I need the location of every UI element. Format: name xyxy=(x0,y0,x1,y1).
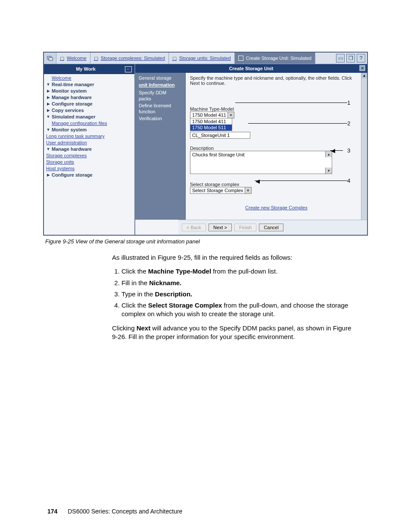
nav-welcome[interactable]: Welcome xyxy=(52,75,72,81)
wizard-steps: → General storage unit Information Speci… xyxy=(135,73,186,220)
help-icon[interactable]: ? xyxy=(357,54,365,62)
nav-long-running-tasks[interactable]: Long running task summary xyxy=(46,133,105,140)
nav-simulated-manager[interactable]: Simulated manager xyxy=(52,114,95,120)
list-item: Type in the Description. xyxy=(121,290,355,299)
sidebar: My Work ← Welcome ▼Real-time manager ▶Mo… xyxy=(44,64,135,235)
nav-copy-services[interactable]: Copy services xyxy=(52,107,84,114)
nav-configure-storage-2[interactable]: Configure storage xyxy=(52,172,93,178)
create-storage-complex-link[interactable]: Create new Storage Complex xyxy=(245,205,307,210)
chevron-down-icon[interactable]: ▼ xyxy=(227,112,234,118)
list-item: Click the Select Storage Complex from th… xyxy=(121,301,355,319)
book-title: DS6000 Series: Concepts and Architecture xyxy=(68,508,182,515)
machine-type-option[interactable]: 1750 Model 411 xyxy=(190,118,232,124)
machine-type-options: 1750 Model 411 1750 Model 511 xyxy=(190,118,232,131)
collapse-icon[interactable]: ← xyxy=(125,66,132,72)
window-controls: ▭ ❐ ? xyxy=(336,54,365,62)
nickname-input[interactable]: CL_StorageUnit 1 xyxy=(190,132,250,139)
nav-storage-units[interactable]: Storage units xyxy=(46,159,74,165)
tab-label: Create Storage Unit: Simulated xyxy=(246,56,311,61)
description-textarea[interactable]: Chucks first Storage Unit ▲ ▼ xyxy=(190,151,332,174)
tab-label: Welcome xyxy=(67,56,87,61)
callout-2: 2 xyxy=(347,120,350,127)
window-icon xyxy=(44,53,56,64)
scroll-up-icon[interactable]: ▲ xyxy=(361,73,367,78)
step-current[interactable]: unit Information xyxy=(139,82,182,88)
tab-welcome[interactable]: ▢Welcome xyxy=(56,53,90,64)
step-define-func-b: function xyxy=(139,109,182,115)
intro-paragraph: As illustrated in Figure 9-25, fill in t… xyxy=(112,253,355,262)
list-item: Click the Machine Type-Model from the pu… xyxy=(121,267,355,276)
svg-rect-1 xyxy=(49,57,53,60)
step-specify-ddm-a: Specify DDM xyxy=(139,90,182,96)
wizard-form: Specify the machine type and nickname an… xyxy=(186,73,367,220)
steps-list: Click the Machine Type-Model from the pu… xyxy=(112,267,355,318)
sidebar-heading: My Work ← xyxy=(44,64,134,74)
scroll-down-icon[interactable]: ▼ xyxy=(325,168,332,174)
tab-label: Storage units: Simulated xyxy=(179,56,231,61)
machine-type-label: Machine Type-Model xyxy=(190,106,363,112)
step-specify-ddm-b: packs xyxy=(139,96,182,102)
minimize-icon[interactable]: ▭ xyxy=(336,54,345,62)
wizard-buttons: < Back Next > Finish Cancel xyxy=(178,220,367,235)
nav-manage-hardware[interactable]: Manage hardware xyxy=(52,94,92,101)
nav-host-systems[interactable]: Host systems xyxy=(46,165,75,172)
figure-screenshot: ▢Welcome ▢Storage complexes: Simulated ▢… xyxy=(43,52,368,236)
tab-storage-units[interactable]: ▢Storage units: Simulated xyxy=(169,53,235,64)
nav-realtime-manager[interactable]: Real-time manager xyxy=(52,81,94,88)
step-verification: Verification xyxy=(139,115,182,121)
main-panel: Create Storage Unit ✕ → General storage … xyxy=(135,64,367,235)
nav-configure-storage[interactable]: Configure storage xyxy=(52,101,93,107)
next-paragraph: Clicking Next will advance you to the Sp… xyxy=(112,324,355,342)
vertical-scrollbar[interactable]: ▲ xyxy=(361,73,367,220)
next-button[interactable]: Next > xyxy=(209,224,232,231)
step-current-top: General storage xyxy=(139,75,182,81)
sidebar-title: My Work xyxy=(47,66,125,72)
nav-tree: Welcome ▼Real-time manager ▶Monitor syst… xyxy=(44,74,134,179)
machine-type-option-highlight[interactable]: 1750 Model 511 xyxy=(190,124,232,131)
machine-type-select[interactable]: 1750 Model 411 ▼ xyxy=(190,112,234,118)
document-page: ▢Welcome ▢Storage complexes: Simulated ▢… xyxy=(0,0,411,532)
tab-bar: ▢Welcome ▢Storage complexes: Simulated ▢… xyxy=(44,53,367,64)
close-icon[interactable]: ✕ xyxy=(359,65,365,71)
back-button[interactable]: < Back xyxy=(182,224,206,231)
finish-button[interactable]: Finish xyxy=(234,224,256,231)
restore-icon[interactable]: ❐ xyxy=(346,54,355,62)
callout-4: 4 xyxy=(347,177,350,184)
step-define-func-a: Define licensed xyxy=(139,103,182,109)
nav-monitor-system[interactable]: Monitor system xyxy=(52,88,87,94)
nav-storage-complexes[interactable]: Storage complexes xyxy=(46,152,87,159)
nav-manage-hardware-2[interactable]: Manage hardware xyxy=(52,146,92,152)
list-item: Fill in the Nickname. xyxy=(121,279,355,287)
instruction-text: Specify the machine type and nickname an… xyxy=(190,75,363,86)
nav-monitor-system-2[interactable]: Monitor system xyxy=(52,127,87,133)
step-arrow-icon: → xyxy=(133,74,138,80)
storage-complex-label: Select storage complex xyxy=(190,182,363,187)
storage-complex-select[interactable]: Select Storage Complex ▼ xyxy=(190,187,252,194)
page-footer: 174 DS6000 Series: Concepts and Architec… xyxy=(47,508,182,515)
chevron-down-icon[interactable]: ▼ xyxy=(245,187,251,193)
cancel-button[interactable]: Cancel xyxy=(259,224,283,231)
nav-manage-config-files[interactable]: Manage configuration files xyxy=(52,120,107,127)
tab-storage-complexes[interactable]: ▢Storage complexes: Simulated xyxy=(90,53,169,64)
application-window: ▢Welcome ▢Storage complexes: Simulated ▢… xyxy=(43,52,368,236)
tab-create-storage-unit[interactable]: Create Storage Unit: Simulated xyxy=(235,53,315,64)
nav-user-admin[interactable]: User administration xyxy=(46,140,87,146)
storage-complex-value: Select Storage Complex xyxy=(190,187,251,193)
tab-label: Storage complexes: Simulated xyxy=(101,56,165,61)
page-number: 174 xyxy=(47,508,57,515)
callout-1: 1 xyxy=(347,100,350,106)
body-text: As illustrated in Figure 9-25, fill in t… xyxy=(112,253,355,341)
figure-caption: Figure 9-25 View of the General storage … xyxy=(45,238,389,245)
panel-title: Create Storage Unit xyxy=(229,66,274,71)
callout-3: 3 xyxy=(347,147,350,154)
panel-title-bar: Create Storage Unit ✕ xyxy=(135,64,367,73)
